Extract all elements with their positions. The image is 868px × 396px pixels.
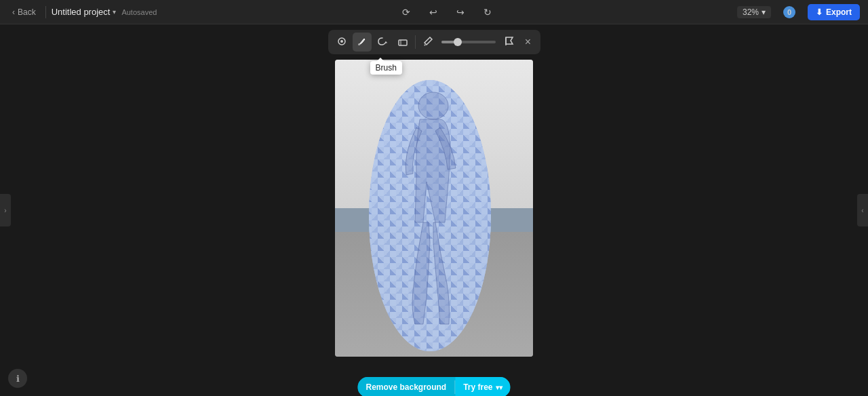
eraser-tool-icon <box>397 36 408 49</box>
right-arrow-icon: ‹ <box>861 207 863 214</box>
canvas-frame[interactable] <box>335 60 533 357</box>
slider-track[interactable] <box>441 41 496 43</box>
export-label: Export <box>826 7 852 17</box>
header-left: ‹ Back Untitled project ▾ Autosaved <box>8 6 157 18</box>
svg-rect-3 <box>399 40 407 45</box>
zoom-control[interactable]: 32% ▾ <box>737 6 771 18</box>
svg-point-1 <box>340 40 343 43</box>
redo-icon: ↪ <box>456 7 465 18</box>
svg-point-4 <box>424 44 425 45</box>
toolbar-divider <box>415 35 416 49</box>
brush-tool-icon <box>357 36 368 49</box>
refresh-icon: ↻ <box>484 7 492 18</box>
remove-bg-try[interactable]: Try free ▾▾ <box>455 377 510 396</box>
svg-point-2 <box>358 43 360 45</box>
canvas-area: Brush <box>0 24 868 396</box>
eyedropper-tool-button[interactable] <box>418 33 437 52</box>
export-icon: ⬇ <box>816 7 823 17</box>
export-button[interactable]: ⬇ Export <box>808 4 860 20</box>
flag-tool-button[interactable] <box>500 33 519 52</box>
header-center: ⟳ ↩ ↪ ↻ <box>397 3 497 22</box>
close-icon: × <box>525 36 531 48</box>
remove-bg-bar[interactable]: Remove background Try free ▾▾ <box>357 377 510 396</box>
slider-thumb[interactable] <box>454 38 462 46</box>
undo-button[interactable]: ↩ <box>424 3 443 22</box>
header: ‹ Back Untitled project ▾ Autosaved ⟳ ↩ … <box>0 0 868 24</box>
project-title-chevron-icon: ▾ <box>113 8 116 16</box>
svg-point-7 <box>418 92 448 119</box>
camera-button[interactable]: ⟳ <box>397 3 416 22</box>
notification-badge: 0 <box>783 6 795 18</box>
remove-bg-label: Remove background <box>366 382 446 392</box>
refresh-button[interactable]: ↻ <box>478 3 497 22</box>
toolbar: Brush <box>328 30 540 54</box>
sidebar-toggle-left[interactable]: › <box>0 194 11 226</box>
select-tool-button[interactable] <box>332 33 351 52</box>
camera-icon: ⟳ <box>402 7 410 18</box>
brush-tooltip: Brush <box>370 61 402 75</box>
lasso-tool-icon <box>377 36 388 49</box>
person-svg <box>335 60 533 357</box>
project-title: Untitled project <box>52 7 111 17</box>
select-tool-icon <box>336 36 347 49</box>
brush-size-slider[interactable] <box>441 41 496 43</box>
sidebar-toggle-right[interactable]: ‹ <box>857 194 868 226</box>
project-title-area[interactable]: Untitled project ▾ <box>52 7 117 17</box>
left-arrow-icon: › <box>4 207 6 214</box>
toolbar-close-button[interactable]: × <box>520 34 536 50</box>
back-arrow-icon: ‹ <box>12 7 15 17</box>
remove-bg-main[interactable]: Remove background <box>357 377 454 396</box>
svg-marker-5 <box>506 37 513 44</box>
header-right: 32% ▾ 0 ⬇ Export <box>737 4 860 20</box>
info-icon: ℹ <box>16 374 20 384</box>
redo-button[interactable]: ↪ <box>451 3 470 22</box>
lasso-tool-button[interactable] <box>373 33 392 52</box>
brush-tool-button[interactable]: Brush <box>353 33 372 52</box>
zoom-chevron-icon: ▾ <box>762 7 766 17</box>
notification-count: 0 <box>787 8 791 16</box>
eyedropper-tool-icon <box>422 36 433 49</box>
flag-tool-icon <box>504 36 515 49</box>
header-divider <box>45 6 46 18</box>
try-free-label: Try free <box>463 382 492 392</box>
zoom-level: 32% <box>743 7 759 17</box>
eraser-tool-button[interactable] <box>393 33 412 52</box>
try-chevron-icon: ▾▾ <box>496 384 502 391</box>
back-button[interactable]: ‹ Back <box>8 6 40 18</box>
info-button[interactable]: ℹ <box>8 369 27 388</box>
notification-button[interactable]: 0 <box>778 5 801 20</box>
main-area: › <box>0 24 868 396</box>
back-label: Back <box>18 7 36 17</box>
undo-icon: ↩ <box>429 7 437 18</box>
autosaved-label: Autosaved <box>121 8 157 16</box>
